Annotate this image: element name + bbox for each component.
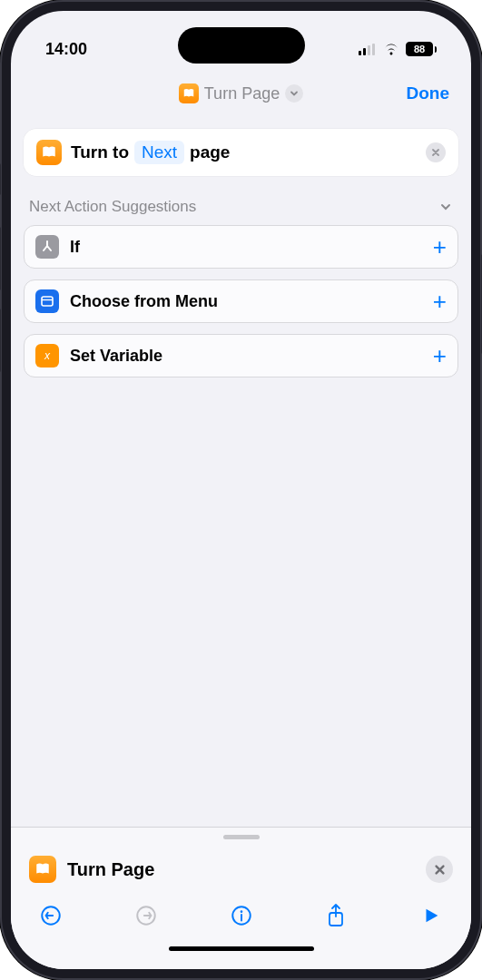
svg-rect-2	[368, 45, 370, 55]
phone-frame: 14:00 88 Turn Page	[0, 0, 482, 980]
suggestion-label: Choose from Menu	[70, 292, 422, 311]
screen: 14:00 88 Turn Page	[11, 11, 471, 969]
close-sheet-button[interactable]	[426, 856, 453, 883]
suggestions-heading: Next Action Suggestions	[29, 198, 196, 216]
sheet-header: Turn Page	[11, 847, 471, 892]
suggestions-header[interactable]: Next Action Suggestions	[24, 176, 458, 225]
clear-action-button[interactable]	[426, 142, 446, 162]
share-button[interactable]	[321, 901, 350, 930]
undo-button[interactable]	[36, 901, 65, 930]
action-parameter-token[interactable]: Next	[134, 141, 184, 164]
home-indicator[interactable]	[169, 946, 314, 951]
nav-title: Turn Page	[204, 84, 280, 103]
sheet-grabber[interactable]	[223, 835, 260, 839]
redo-button	[132, 901, 161, 930]
books-app-icon	[36, 140, 62, 165]
svg-rect-4	[42, 297, 53, 306]
menu-icon	[35, 289, 59, 313]
action-suffix: page	[190, 142, 230, 162]
info-button[interactable]	[227, 901, 256, 930]
toolbar	[11, 892, 471, 934]
suggestions-list: If + Choose from Menu + x Set Variable +	[24, 225, 458, 377]
battery-indicator: 88	[406, 42, 437, 56]
wifi-icon	[382, 43, 400, 55]
status-right: 88	[359, 42, 437, 56]
nav-bar: Turn Page Done	[11, 71, 471, 116]
svg-rect-0	[359, 51, 361, 55]
editor-content: Turn to Next page Next Action Suggestion…	[11, 116, 471, 827]
dynamic-island	[178, 27, 305, 64]
sheet-title: Turn Page	[67, 859, 415, 880]
svg-rect-1	[363, 48, 366, 55]
done-button[interactable]: Done	[407, 83, 450, 103]
suggestion-label: If	[70, 238, 422, 257]
suggestion-if[interactable]: If +	[24, 225, 458, 269]
status-time: 14:00	[45, 40, 87, 59]
add-suggestion-button[interactable]: +	[433, 344, 447, 368]
svg-rect-3	[372, 44, 375, 55]
chevron-down-icon	[438, 200, 453, 214]
svg-point-10	[240, 910, 242, 913]
action-card[interactable]: Turn to Next page	[24, 129, 458, 176]
svg-text:x: x	[44, 349, 51, 362]
bottom-sheet: Turn Page	[11, 827, 471, 969]
add-suggestion-button[interactable]: +	[433, 235, 447, 259]
suggestion-label: Set Variable	[70, 347, 422, 366]
add-suggestion-button[interactable]: +	[433, 289, 447, 313]
books-app-icon	[29, 856, 56, 883]
variable-icon: x	[35, 344, 59, 368]
nav-menu-chevron-icon[interactable]	[285, 84, 303, 103]
cellular-icon	[359, 44, 377, 55]
action-text: Turn to Next page	[71, 141, 417, 164]
suggestion-set-variable[interactable]: x Set Variable +	[24, 334, 458, 377]
run-button[interactable]	[417, 901, 446, 930]
suggestion-choose-from-menu[interactable]: Choose from Menu +	[24, 279, 458, 323]
action-prefix: Turn to	[71, 142, 129, 162]
nav-title-group[interactable]: Turn Page	[179, 83, 303, 103]
branch-icon	[35, 235, 59, 259]
books-app-icon	[179, 83, 199, 103]
battery-level: 88	[414, 44, 425, 54]
